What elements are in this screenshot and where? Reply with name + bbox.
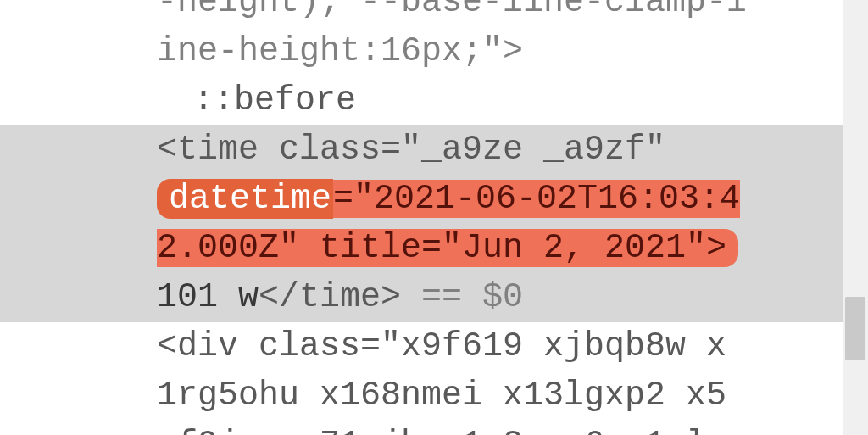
attr-datetime-name: datetime	[157, 179, 333, 219]
code-line-div-3: pf9jr xo71vjh x1n2onr6 x1plv	[0, 421, 843, 435]
selected-element-line-2[interactable]: datetime="2021-06-02T16:03:4	[0, 175, 843, 224]
scrollbar-thumb[interactable]	[845, 297, 865, 360]
code-line-style-end: ine-height:16px;">	[0, 27, 843, 76]
attr-datetime-value-part2: 2.000Z" title="Jun 2, 2021">	[157, 229, 738, 267]
scrollbar-track[interactable]	[843, 0, 868, 435]
pseudo-before: ::before	[0, 76, 843, 125]
attr-datetime-value-part1: ="2021-06-02T16:03:4	[333, 180, 740, 218]
selected-element-line-1[interactable]: <time class="_a9ze _a9zf"	[0, 125, 843, 175]
code-line-partial-top: -height); --base-line-clamp-l	[0, 0, 843, 27]
code-line-div-1: <div class="x9f619 xjbqb8w x	[0, 322, 843, 371]
selected-element-line-3[interactable]: 2.000Z" title="Jun 2, 2021">	[0, 224, 843, 273]
code-line-div-2: 1rg5ohu x168nmei x13lgxp2 x5	[0, 371, 843, 421]
selected-element-line-4[interactable]: 101 w</time> == $0	[0, 273, 843, 322]
